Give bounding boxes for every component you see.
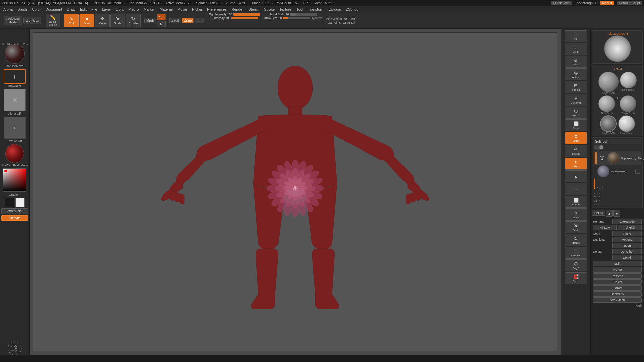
remesh-btn[interactable]: Remesh (593, 273, 642, 279)
menu-texture[interactable]: Texture (277, 7, 293, 12)
menu-light[interactable]: Light (114, 7, 126, 12)
color-picker[interactable] (3, 168, 26, 192)
menu-file[interactable]: File (89, 7, 99, 12)
polymesh3d-small2-brush[interactable] (600, 115, 617, 132)
rotate-right-btn[interactable]: ↻ Rotate (565, 234, 587, 246)
lsym-btn[interactable]: ⇔ L.Sym (565, 145, 587, 157)
canvas-viewport[interactable] (33, 32, 557, 351)
black-swatch[interactable] (5, 198, 14, 207)
brill-btn[interactable]: ⬛ Brill (565, 30, 587, 42)
subtool-item-polymesh[interactable]: PolyMesh3D (594, 165, 641, 178)
extract-btn[interactable]: Extract (593, 285, 642, 291)
menu-draw[interactable]: Draw (65, 7, 77, 12)
append-btn[interactable]: Append (612, 237, 642, 242)
insert-btn[interactable]: Insert (612, 243, 642, 248)
menu-render[interactable]: Render (229, 7, 246, 12)
frame-btn[interactable]: ⬜ Frame (565, 196, 587, 208)
rgb-btn[interactable]: Rgb (157, 14, 166, 20)
white-swatch[interactable] (15, 198, 25, 207)
menu-edit[interactable]: Edit (78, 7, 89, 12)
menu-preferences[interactable]: Preferences (205, 7, 229, 12)
texture-preview[interactable]: T (4, 117, 26, 139)
rotate-btn[interactable]: ↻ Rotate (126, 14, 141, 27)
edit-btn[interactable]: ✎ Edit (64, 14, 79, 27)
material-ball[interactable] (5, 44, 25, 64)
menu-transform[interactable]: Transform (306, 7, 326, 12)
scale-right-btn[interactable]: ⇲ Scale (565, 221, 587, 233)
down-arrow-btn[interactable]: ▽ (565, 183, 587, 195)
canvas-area[interactable] (30, 29, 561, 361)
scale-btn[interactable]: ⇲ Scale (110, 14, 125, 27)
menu-picker[interactable]: Picker (190, 7, 204, 12)
project-btn[interactable]: Project (593, 279, 642, 285)
alternate-btn[interactable]: Alternate (1, 215, 28, 221)
menu-zscript[interactable]: ZScript (344, 7, 360, 12)
polymesh3d-brush[interactable] (598, 72, 619, 92)
menu-alpha[interactable]: Alpha (1, 7, 15, 12)
list-all-down-btn[interactable]: ▼ (613, 210, 620, 217)
zoom-btn[interactable]: ⊕ Zoom (565, 56, 587, 68)
menu-tool[interactable]: Tool (294, 7, 305, 12)
switch-color-btn[interactable]: SwitchColor (1, 208, 28, 214)
merge-btn[interactable]: Merge (593, 267, 642, 273)
del-other-btn[interactable]: Del Other (612, 249, 642, 254)
menus-btn[interactable]: Menus (600, 1, 614, 5)
m-btn[interactable]: M (157, 21, 166, 27)
all-low-btn[interactable]: All Low (593, 225, 617, 230)
simple-brush[interactable] (620, 95, 636, 112)
paste-btn[interactable]: Paste (612, 231, 642, 236)
linefill-btn[interactable]: ⬛ Line Fill (565, 247, 587, 259)
focal-shift-track[interactable] (290, 13, 317, 16)
projection-master-btn[interactable]: ProjectionMaster (4, 16, 22, 26)
menu-layer[interactable]: Layer (100, 7, 113, 12)
polymesh3d-large-preview[interactable] (604, 35, 631, 62)
persp-btn[interactable]: ⬡ Persp (565, 107, 587, 119)
quicksave-btn[interactable]: QuickSave (551, 1, 572, 5)
menu-movie[interactable]: Movie (175, 7, 189, 12)
up-arrow-btn[interactable]: ▲ (565, 170, 587, 182)
scroll-btn[interactable]: ↕ Scroll (565, 43, 587, 55)
menu-zplugin[interactable]: Zplugin (327, 7, 343, 12)
sphere-brush[interactable] (620, 72, 637, 88)
draw-btn[interactable]: ● Draw (79, 14, 94, 27)
zcut-btn[interactable]: Zcut (195, 18, 205, 23)
dynamic-btn[interactable]: ◈ Dynamic (565, 94, 587, 106)
del-all-btn[interactable]: Del All (612, 255, 642, 260)
menu-stroke[interactable]: Stroke (262, 7, 277, 12)
local-btn[interactable]: ⚙ Local (565, 132, 587, 144)
gxyz-btn[interactable]: ✦ Gxyz (565, 158, 587, 170)
subtool-item-superaverage[interactable]: T SuperAverageMan_low 🔒 (594, 151, 641, 165)
defaultzscript-btn[interactable]: DefaultZScript (617, 1, 642, 5)
z-intensity-track[interactable] (231, 17, 258, 19)
list-all-up-btn[interactable]: ▲ (606, 210, 613, 217)
snap-btn[interactable]: 🧲 Snap (565, 272, 587, 284)
arraymesh-btn[interactable]: ArrayMesh (593, 297, 642, 303)
menu-brush[interactable]: Brush (15, 7, 29, 12)
menu-material[interactable]: Material (158, 7, 175, 12)
menu-macro[interactable]: Macro (126, 7, 141, 12)
split-btn[interactable]: Split (593, 261, 642, 266)
menu-stencil[interactable]: Stencil (246, 7, 261, 12)
alpha-brush[interactable] (598, 95, 615, 112)
aahalf-btn[interactable]: ⊞ AAHalf (565, 81, 587, 93)
actual-btn[interactable]: ◎ Actual (565, 68, 587, 80)
zsub-btn[interactable]: Zsub (182, 18, 194, 23)
subtool-polymesh-btn[interactable] (635, 169, 640, 174)
draw-size-track[interactable] (283, 17, 310, 19)
move-btn[interactable]: ✥ Move (95, 14, 110, 27)
menu-marker[interactable]: Marker (142, 7, 157, 12)
rgb-intensity-track[interactable] (233, 13, 260, 16)
quick-sketch-btn[interactable]: ✏️ QuickSketch (46, 14, 60, 27)
zadd-btn[interactable]: Zadd (169, 18, 181, 23)
lightbox-btn[interactable]: LightBox (23, 17, 41, 24)
floor-btn[interactable]: ⬜ Floor (565, 119, 587, 131)
menu-document[interactable]: Document (43, 7, 64, 12)
move-right-btn[interactable]: ✥ Move (565, 208, 587, 221)
geometry-btn[interactable]: Geometry (593, 291, 642, 297)
eraser-brush[interactable] (618, 115, 635, 132)
subtool-toggle[interactable] (594, 145, 604, 150)
draw-pointer-btn[interactable]: ↓ (4, 69, 26, 84)
auto-reorder-btn[interactable]: AutoReorder (612, 219, 642, 224)
list-all-btn[interactable]: List All (592, 210, 605, 216)
alpha-preview[interactable]: ✕ (4, 89, 26, 111)
